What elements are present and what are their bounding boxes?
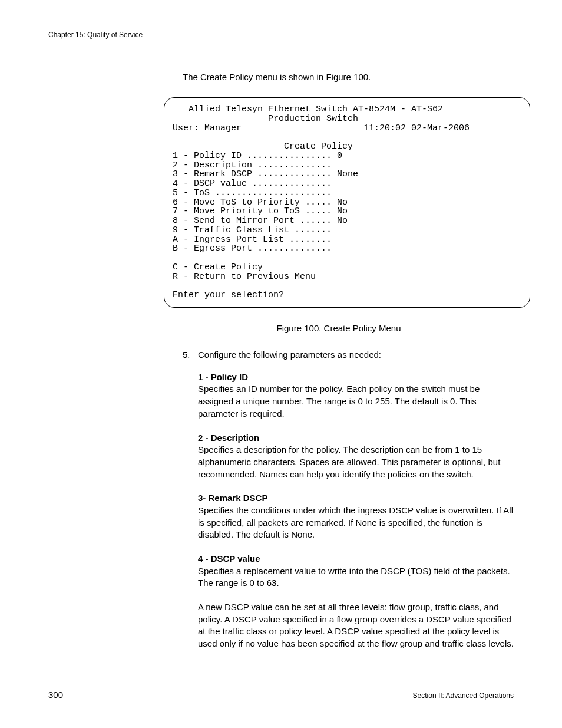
intro-text: The Create Policy menu is shown in Figur…: [183, 72, 514, 82]
param-policy-id: 1 - Policy ID Specifies an ID number for…: [198, 371, 514, 420]
param-head: 3- Remark DSCP: [198, 492, 514, 505]
param-body: Specifies a description for the policy. …: [198, 444, 514, 480]
param-body: Specifies the conditions under which the…: [198, 505, 514, 541]
content-column: The Create Policy menu is shown in Figur…: [183, 72, 514, 650]
param-dscp-extra: A new DSCP value can be set at all three…: [198, 601, 514, 650]
figure-caption: Figure 100. Create Policy Menu: [164, 323, 514, 333]
terminal-text: Allied Telesyn Ethernet Switch AT-8524M …: [173, 105, 521, 300]
chapter-header: Chapter 15: Quality of Service: [48, 31, 514, 39]
section-label: Section II: Advanced Operations: [413, 691, 514, 700]
page-footer: 300 Section II: Advanced Operations: [48, 690, 514, 700]
param-body: Specifies a replacement value to write i…: [198, 565, 514, 589]
param-head: 1 - Policy ID: [198, 371, 514, 384]
param-dscp-value: 4 - DSCP value Specifies a replacement v…: [198, 553, 514, 589]
param-description: 2 - Description Specifies a description …: [198, 432, 514, 481]
terminal-screenshot: Allied Telesyn Ethernet Switch AT-8524M …: [164, 97, 530, 308]
page: Chapter 15: Quality of Service The Creat…: [0, 0, 562, 728]
param-head: 4 - DSCP value: [198, 553, 514, 565]
param-remark-dscp: 3- Remark DSCP Specifies the conditions …: [198, 492, 514, 541]
param-body: A new DSCP value can be set at all three…: [198, 601, 514, 650]
step-text: Configure the following parameters as ne…: [198, 350, 514, 360]
step-5: 5. Configure the following parameters as…: [183, 350, 514, 360]
param-head: 2 - Description: [198, 432, 514, 444]
step-number: 5.: [183, 350, 198, 360]
param-body: Specifies an ID number for the policy. E…: [198, 383, 514, 420]
page-number: 300: [48, 690, 63, 700]
